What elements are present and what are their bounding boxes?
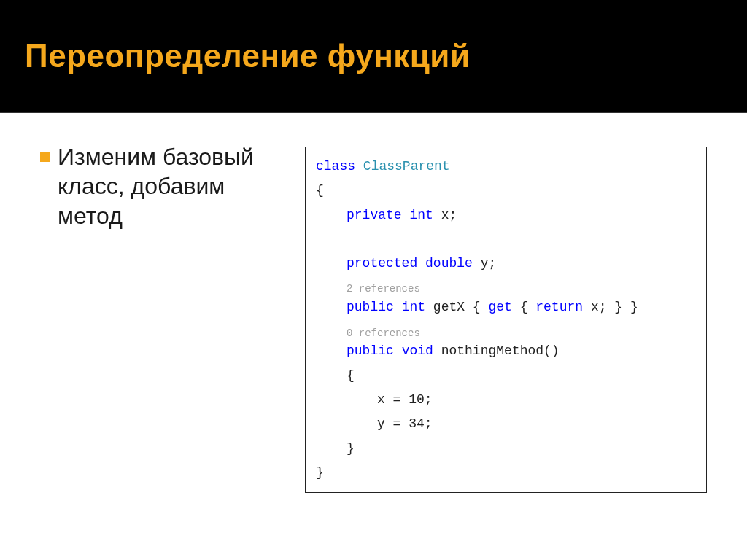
code-line: x = 10; — [316, 388, 696, 412]
keyword-return: return — [535, 300, 583, 314]
title-band: Переопределение функций — [0, 0, 747, 113]
slide-title: Переопределение функций — [25, 38, 470, 74]
keyword-double: double — [425, 256, 473, 271]
keyword-public: public — [347, 300, 394, 314]
keyword-int: int — [402, 300, 425, 314]
keyword-int: int — [409, 208, 433, 222]
keyword-private: private — [347, 208, 402, 222]
code-line: { — [316, 364, 696, 388]
bullet-item: Изменим базовый класс, добавим метод — [40, 142, 285, 230]
code-line: class ClassParent — [316, 155, 696, 179]
code-line: y = 34; — [316, 412, 696, 436]
method-name: nothingMethod() — [433, 343, 560, 358]
getx-text: getX { — [425, 300, 488, 314]
bullet-text: Изменим базовый класс, добавим метод — [58, 142, 285, 230]
slide-body: Изменим базовый класс, добавим метод cla… — [40, 142, 707, 531]
code-snippet: class ClassParent { private int x; prote… — [305, 147, 707, 493]
references-note: 2 references — [316, 283, 696, 295]
code-line: } — [316, 437, 696, 461]
type-classparent: ClassParent — [363, 159, 450, 174]
code-line: { — [316, 179, 696, 203]
var-y: y; — [473, 256, 496, 271]
code-line: protected double y; — [316, 252, 696, 276]
keyword-public: public — [347, 343, 394, 358]
code-line — [316, 228, 696, 252]
code-line: public int getX { get { return x; } } — [316, 295, 696, 319]
references-note: 0 references — [316, 327, 696, 340]
keyword-class: class — [316, 159, 355, 174]
code-line: private int x; — [316, 203, 696, 228]
var-x: x; — [433, 208, 457, 222]
keyword-void: void — [402, 343, 433, 358]
keyword-get: get — [488, 300, 511, 314]
code-line: public void nothingMethod() — [316, 339, 696, 363]
code-line: } — [316, 461, 696, 485]
bullet-column: Изменим базовый класс, добавим метод — [40, 142, 285, 230]
bullet-marker-icon — [40, 152, 50, 162]
slide: Переопределение функций Изменим базовый … — [0, 0, 747, 560]
keyword-protected: protected — [347, 256, 417, 271]
